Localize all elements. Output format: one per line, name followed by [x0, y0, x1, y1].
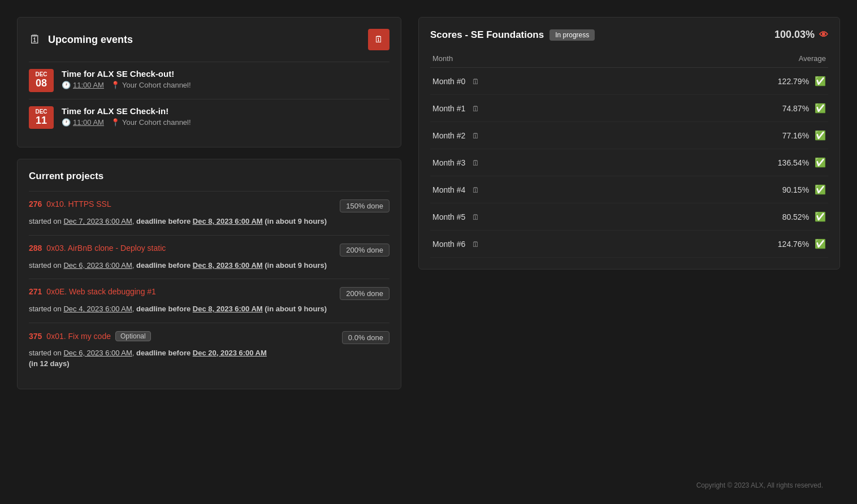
month-calendar-icon: 🗓 [472, 186, 479, 194]
event-time: 🕐 11:00 AM [62, 81, 104, 89]
month-name: Month #6 [432, 240, 465, 249]
month-cell: Month #0 🗓 [430, 68, 627, 95]
score-value: 80.52% [782, 212, 809, 221]
scores-table-row: Month #1 🗓 74.87% ✅ [430, 95, 828, 122]
project-id: 375 [29, 332, 42, 341]
start-date: Dec 6, 2023 6:00 AM [63, 261, 132, 270]
check-icon: ✅ [815, 185, 826, 194]
start-date: Dec 7, 2023 6:00 AM [63, 217, 132, 225]
project-header: 276 0x10. HTTPS SSL 150% done [29, 199, 389, 212]
scores-table-row: Month #3 🗓 136.54% ✅ [430, 149, 828, 176]
month-cell: Month #3 🗓 [430, 149, 627, 176]
project-header: 288 0x03. AirBnB clone - Deploy static 2… [29, 244, 389, 257]
total-percent-value: 100.03% [774, 29, 815, 41]
project-name-line: 271 0x0E. Web stack debugging #1 [29, 287, 156, 296]
month-name: Month #2 [432, 131, 465, 140]
event-location: 📍 Your Cohort channel! [111, 118, 191, 127]
project-item: 276 0x10. HTTPS SSL 150% done started on… [29, 191, 389, 235]
month-name: Month #3 [432, 158, 465, 167]
in-progress-badge: In progress [549, 29, 595, 41]
month-calendar-icon: 🗓 [472, 159, 479, 167]
month-calendar-icon: 🗓 [472, 105, 479, 113]
project-name[interactable]: 0x0E. Web stack debugging #1 [46, 287, 156, 296]
event-time: 🕐 11:00 AM [62, 118, 104, 127]
scores-table-row: Month #4 🗓 90.15% ✅ [430, 176, 828, 203]
score-value: 90.15% [782, 185, 809, 194]
project-dates: started on Dec 6, 2023 6:00 AM, deadline… [29, 260, 389, 271]
scores-table-row: Month #0 🗓 122.79% ✅ [430, 68, 828, 95]
deadline-date: Dec 8, 2023 6:00 AM [193, 217, 263, 225]
main-layout: 🗓 Upcoming events 🗓 Dec 08 Time for ALX … [0, 0, 857, 401]
project-header: 271 0x0E. Web stack debugging #1 200% do… [29, 287, 389, 300]
scores-table-row: Month #6 🗓 124.76% ✅ [430, 231, 828, 258]
deadline-date: Dec 20, 2023 6:00 AM [193, 349, 267, 357]
deadline-note: in about 9 hours [267, 261, 324, 270]
month-name: Month #5 [432, 212, 465, 221]
event-date-badge: Dec 08 [29, 69, 54, 92]
month-cell: Month #6 🗓 [430, 231, 627, 258]
month-name: Month #1 [432, 104, 465, 113]
project-dates: started on Dec 7, 2023 6:00 AM, deadline… [29, 216, 389, 227]
average-cell: 77.16% ✅ [627, 122, 828, 149]
scores-card: Scores - SE Foundations In progress 100.… [418, 17, 840, 270]
footer-text: Copyright © 2023 ALX, All rights reserve… [696, 481, 823, 489]
average-cell: 122.79% ✅ [627, 68, 828, 95]
project-item: 271 0x0E. Web stack debugging #1 200% do… [29, 279, 389, 323]
month-calendar-icon: 🗓 [472, 213, 479, 221]
project-dates: started on Dec 4, 2023 6:00 AM, deadline… [29, 303, 389, 315]
event-meta: 🕐 11:00 AM 📍 Your Cohort channel! [62, 81, 191, 89]
score-value: 122.79% [778, 77, 809, 86]
project-item: 375 0x01. Fix my code Optional 0.0% done… [29, 323, 389, 377]
events-btn-icon: 🗓 [374, 34, 383, 45]
project-name-line: 276 0x10. HTTPS SSL [29, 199, 111, 208]
event-time-value: 11:00 AM [73, 118, 104, 127]
event-time-value: 11:00 AM [73, 81, 104, 89]
check-icon: ✅ [815, 131, 826, 140]
col-average-header: Average [627, 50, 828, 68]
score-value: 77.16% [782, 131, 809, 140]
start-date: Dec 6, 2023 6:00 AM [63, 349, 132, 357]
deadline-note: in about 9 hours [267, 217, 324, 225]
done-badge: 200% done [340, 287, 389, 300]
project-name[interactable]: 0x10. HTTPS SSL [46, 199, 111, 208]
project-header: 375 0x01. Fix my code Optional 0.0% done [29, 331, 389, 344]
done-badge: 150% done [340, 199, 389, 212]
event-details: Time for ALX SE Check-out! 🕐 11:00 AM 📍 … [62, 69, 191, 89]
check-icon: ✅ [815, 76, 826, 86]
events-calendar-button[interactable]: 🗓 [368, 29, 389, 50]
project-id: 271 [29, 287, 42, 296]
event-location: 📍 Your Cohort channel! [111, 81, 191, 89]
deadline-note: in 12 days [31, 359, 67, 368]
event-name: Time for ALX SE Check-out! [62, 69, 191, 79]
scores-table-row: Month #5 🗓 80.52% ✅ [430, 203, 828, 231]
left-panel: 🗓 Upcoming events 🗓 Dec 08 Time for ALX … [17, 17, 401, 389]
right-panel: Scores - SE Foundations In progress 100.… [418, 17, 840, 389]
project-name-line: 288 0x03. AirBnB clone - Deploy static [29, 244, 166, 253]
average-cell: 74.87% ✅ [627, 95, 828, 122]
event-day: 11 [33, 115, 49, 127]
pin-icon: 📍 [111, 118, 120, 127]
average-cell: 90.15% ✅ [627, 176, 828, 203]
average-cell: 80.52% ✅ [627, 203, 828, 231]
scores-header: Scores - SE Foundations In progress 100.… [430, 29, 828, 41]
event-meta: 🕐 11:00 AM 📍 Your Cohort channel! [62, 118, 191, 127]
event-details: Time for ALX SE Check-in! 🕐 11:00 AM 📍 Y… [62, 106, 191, 127]
deadline-note: in about 9 hours [267, 305, 324, 313]
clock-icon: 🕐 [62, 118, 71, 127]
scores-header-left: Scores - SE Foundations In progress [430, 29, 595, 41]
project-name[interactable]: 0x01. Fix my code [46, 332, 111, 341]
scores-title: Scores - SE Foundations [430, 29, 544, 41]
project-name[interactable]: 0x03. AirBnB clone - Deploy static [46, 244, 166, 253]
month-calendar-icon: 🗓 [472, 132, 479, 140]
events-header-left: 🗓 Upcoming events [29, 32, 133, 47]
month-cell: Month #4 🗓 [430, 176, 627, 203]
start-date: Dec 4, 2023 6:00 AM [63, 305, 132, 313]
events-title: Upcoming events [48, 34, 133, 46]
event-location-value: Your Cohort channel! [122, 81, 191, 89]
scores-percent: 100.03% 👁 [774, 29, 828, 41]
check-icon: ✅ [815, 239, 826, 249]
project-name-line: 375 0x01. Fix my code Optional [29, 331, 151, 341]
month-name: Month #4 [432, 185, 465, 194]
check-icon: ✅ [815, 212, 826, 221]
projects-title: Current projects [29, 171, 389, 182]
